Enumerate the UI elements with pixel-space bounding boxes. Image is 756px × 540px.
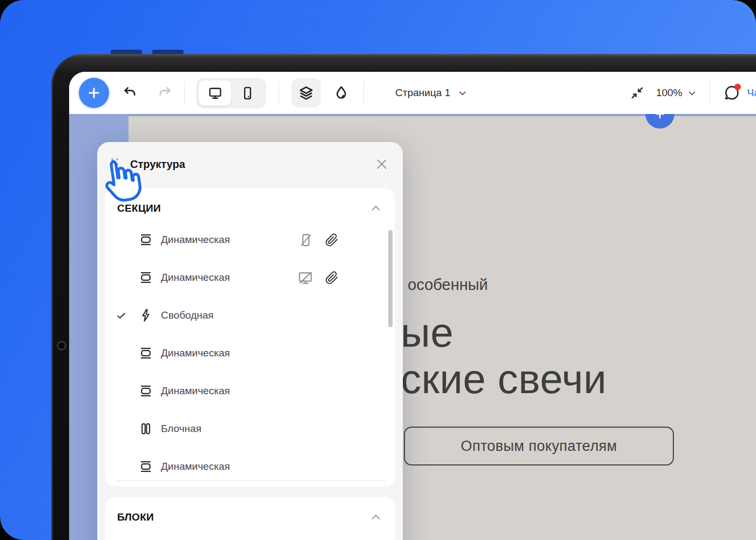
section-row-label: Блочная <box>161 423 339 435</box>
mobile-hidden-icon <box>299 233 313 247</box>
wholesale-button[interactable]: Оптовым покупателям <box>404 427 674 465</box>
droplet-icon <box>333 85 349 101</box>
dynamic-section-icon <box>139 271 153 285</box>
zoom-selector[interactable]: 100% <box>656 87 697 99</box>
plus-icon <box>653 114 667 121</box>
sections-list: Динамическая <box>105 221 395 485</box>
zoom-level-label: 100% <box>656 87 683 99</box>
collapse-sections-chevron-up-icon[interactable] <box>370 202 382 214</box>
fit-to-screen-button[interactable] <box>630 86 644 100</box>
chevron-down-icon <box>458 89 467 98</box>
device-view-switcher <box>196 78 266 109</box>
hero-eyebrow-text: особенный <box>408 276 488 294</box>
toolbar-divider <box>184 81 185 105</box>
check-icon <box>116 310 126 321</box>
layers-icon <box>298 85 314 101</box>
redo-icon <box>157 85 173 101</box>
top-toolbar: Страница 1 100% <box>69 72 756 114</box>
mobile-icon <box>240 86 255 100</box>
chat-button[interactable]: Чат <box>723 84 756 102</box>
section-row[interactable]: Динамическая <box>105 334 395 372</box>
collapse-blocks-chevron-up-icon[interactable] <box>370 511 382 523</box>
undo-icon <box>122 85 138 101</box>
desktop-view-tab[interactable] <box>199 80 231 106</box>
section-row-label: Динамическая <box>161 385 339 397</box>
add-block-button[interactable] <box>79 78 109 108</box>
layers-button[interactable] <box>292 78 321 107</box>
device-camera <box>57 341 66 350</box>
add-section-button[interactable] <box>645 114 674 129</box>
hero-heading: ыеские свечи <box>401 309 606 402</box>
lightning-icon <box>139 308 153 322</box>
blocks-card: БЛОКИ <box>105 497 395 540</box>
section-row-label: Динамическая <box>161 234 299 246</box>
toolbar-divider <box>710 81 710 105</box>
plus-icon <box>86 85 102 100</box>
chevron-down-icon <box>687 89 697 98</box>
desktop-hidden-icon <box>298 270 313 286</box>
block-section-icon <box>139 422 153 436</box>
section-row[interactable]: Динамическая <box>105 259 395 296</box>
page-selector-label: Страница 1 <box>395 87 450 99</box>
toolbar-divider <box>363 81 364 105</box>
close-panel-button[interactable] <box>375 157 389 171</box>
redo-button[interactable] <box>157 85 173 101</box>
toolbar-divider <box>279 81 279 105</box>
dynamic-section-icon <box>139 233 153 247</box>
blocks-header: БЛОКИ <box>117 511 154 523</box>
desktop-icon <box>208 86 222 100</box>
dynamic-section-icon <box>139 460 153 474</box>
section-row-label: Динамическая <box>161 461 339 473</box>
list-divider <box>116 481 385 481</box>
section-row-label: Динамическая <box>161 272 298 284</box>
collapse-icon <box>630 86 644 100</box>
mobile-view-tab[interactable] <box>231 80 264 106</box>
chat-label: Чат <box>747 87 756 99</box>
section-row[interactable]: Динамическая <box>105 372 395 410</box>
undo-button[interactable] <box>122 85 138 101</box>
sections-scrollbar[interactable] <box>388 230 393 327</box>
section-row[interactable]: Динамическая <box>105 448 395 485</box>
dynamic-section-icon <box>139 346 153 360</box>
section-row-label: Динамическая <box>161 347 339 359</box>
styles-button[interactable] <box>333 85 349 101</box>
paperclip-icon <box>325 233 339 247</box>
page-selector[interactable]: Страница 1 <box>395 87 467 99</box>
section-row-label: Свободная <box>161 309 339 321</box>
paperclip-icon <box>325 271 339 285</box>
sections-card: СЕКЦИИ <box>105 188 395 487</box>
pointer-hand-cursor <box>97 154 146 211</box>
section-row[interactable]: Блочная <box>105 410 395 448</box>
structure-panel-header: Структура <box>97 142 403 186</box>
dynamic-section-icon <box>139 384 153 398</box>
section-row[interactable]: Свободная <box>105 296 395 334</box>
close-icon <box>375 157 389 171</box>
section-row[interactable]: Динамическая <box>105 221 395 259</box>
